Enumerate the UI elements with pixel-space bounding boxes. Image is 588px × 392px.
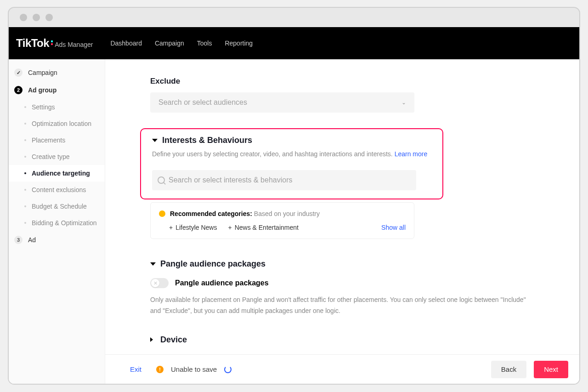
nav-campaign[interactable]: Campaign — [155, 40, 184, 47]
sidebar-item-label: Placements — [32, 136, 65, 144]
logo-block[interactable]: TikTok Ads Manager — [16, 37, 93, 50]
sidebar-item-label: Creative type — [32, 153, 69, 160]
toggle-label: Pangle audience packages — [175, 279, 269, 287]
search-icon — [158, 176, 165, 184]
logo-colon-icon — [51, 40, 53, 45]
browser-titlebar — [9, 8, 579, 27]
sidebar-sub-bidding-optimization[interactable]: Bidding & Optimization — [9, 215, 105, 231]
header-nav: Dashboard Campaign Tools Reporting — [110, 40, 253, 47]
sidebar-item-ad[interactable]: 3 Ad — [9, 231, 105, 249]
sidebar-item-label: Optimization location — [32, 120, 91, 127]
reco-label: Recommended categories: — [170, 210, 252, 217]
interests-behaviours-section: Interests & Behaviours Define your users… — [140, 128, 443, 199]
section-description: Define your users by selecting creator, … — [152, 149, 431, 159]
interests-search-input[interactable]: Search or select interests & behaviors — [152, 170, 416, 190]
chevron-down-icon: ⌄ — [401, 99, 406, 106]
window-dot[interactable] — [20, 14, 27, 21]
save-status: Unable to save — [171, 365, 217, 373]
category-chip-news-entertainment[interactable]: + News & Entertainment — [228, 224, 298, 231]
caret-down-icon — [152, 139, 158, 142]
next-button[interactable]: Next — [534, 361, 568, 378]
sidebar-sub-audience-targeting[interactable]: Audience targeting — [9, 165, 105, 182]
exit-button[interactable]: Exit — [130, 365, 141, 373]
sidebar-sub-optimization-location[interactable]: Optimization location — [9, 115, 105, 132]
sidebar-item-label: Content exclusions — [32, 186, 86, 193]
sidebar-sub-placements[interactable]: Placements — [9, 132, 105, 148]
category-chip-lifestyle-news[interactable]: + Lifestyle News — [169, 224, 217, 231]
caret-right-icon — [150, 337, 156, 342]
app-header: TikTok Ads Manager Dashboard Campaign To… — [9, 27, 579, 59]
pangle-section: Pangle audience packages ✕ Pangle audien… — [150, 259, 552, 317]
app-body: ✓ Campaign 2 Ad group Settings Optimizat… — [9, 59, 579, 385]
sidebar-sub-content-exclusions[interactable]: Content exclusions — [9, 182, 105, 198]
logo: TikTok — [16, 37, 49, 50]
section-title: Pangle audience packages — [160, 259, 266, 269]
check-icon: ✓ — [14, 68, 23, 77]
nav-tools[interactable]: Tools — [197, 40, 212, 47]
exclude-section: Exclude Search or select audiences ⌄ — [150, 77, 552, 113]
logo-subtitle: Ads Manager — [55, 41, 93, 48]
refresh-icon[interactable] — [224, 366, 232, 373]
pangle-toggle[interactable]: ✕ — [150, 278, 169, 288]
warning-icon: ! — [156, 366, 164, 373]
search-placeholder: Search or select interests & behaviors — [169, 176, 292, 184]
sidebar-item-label: Settings — [32, 103, 55, 111]
sidebar-item-adgroup[interactable]: 2 Ad group — [9, 81, 105, 99]
back-button[interactable]: Back — [491, 361, 526, 378]
sidebar-sub-budget-schedule[interactable]: Budget & Schedule — [9, 198, 105, 215]
toggle-knob-off-icon: ✕ — [151, 279, 159, 287]
select-placeholder: Search or select audiences — [158, 98, 247, 107]
sidebar-item-label: Campaign — [28, 69, 57, 76]
section-title: Interests & Behaviours — [162, 136, 252, 145]
step-badge: 2 — [14, 86, 23, 94]
sidebar-sub-creative-type[interactable]: Creative type — [9, 148, 105, 165]
nav-reporting[interactable]: Reporting — [225, 40, 253, 47]
main-panel: Exclude Search or select audiences ⌄ Int… — [105, 59, 579, 381]
sidebar-item-label: Budget & Schedule — [32, 203, 87, 210]
sidebar-item-label: Audience targeting — [32, 170, 90, 177]
pangle-description: Only available for placement on Pangle a… — [150, 295, 527, 317]
device-section: Device — [150, 335, 552, 345]
recommended-categories-card: Recommended categories: Based on your in… — [150, 202, 414, 239]
window-dot[interactable] — [45, 14, 53, 21]
sidebar: ✓ Campaign 2 Ad group Settings Optimizat… — [9, 59, 105, 385]
window-dot[interactable] — [33, 14, 40, 21]
app-root: TikTok Ads Manager Dashboard Campaign To… — [9, 27, 579, 385]
section-header[interactable]: Interests & Behaviours — [152, 136, 431, 145]
step-badge: 3 — [14, 236, 23, 244]
show-all-link[interactable]: Show all — [381, 224, 406, 231]
sidebar-item-label: Ad group — [28, 86, 57, 94]
footer-bar: Exit ! Unable to save Back Next — [105, 354, 579, 384]
nav-dashboard[interactable]: Dashboard — [110, 40, 142, 47]
caret-down-icon — [150, 262, 156, 266]
sidebar-sub-settings[interactable]: Settings — [9, 99, 105, 115]
sidebar-item-label: Ad — [28, 236, 36, 244]
exclude-audience-select[interactable]: Search or select audiences ⌄ — [150, 92, 414, 113]
sidebar-item-campaign[interactable]: ✓ Campaign — [9, 64, 105, 81]
learn-more-link[interactable]: Learn more — [395, 150, 428, 158]
browser-window: TikTok Ads Manager Dashboard Campaign To… — [8, 7, 580, 385]
reco-sublabel: Based on your industry — [252, 210, 320, 217]
sidebar-item-label: Bidding & Optimization — [32, 219, 97, 227]
section-header[interactable]: Device — [150, 335, 552, 345]
lightbulb-icon — [159, 210, 165, 217]
section-header[interactable]: Pangle audience packages — [150, 259, 552, 269]
exclude-label: Exclude — [150, 77, 552, 86]
section-title: Device — [160, 335, 187, 345]
